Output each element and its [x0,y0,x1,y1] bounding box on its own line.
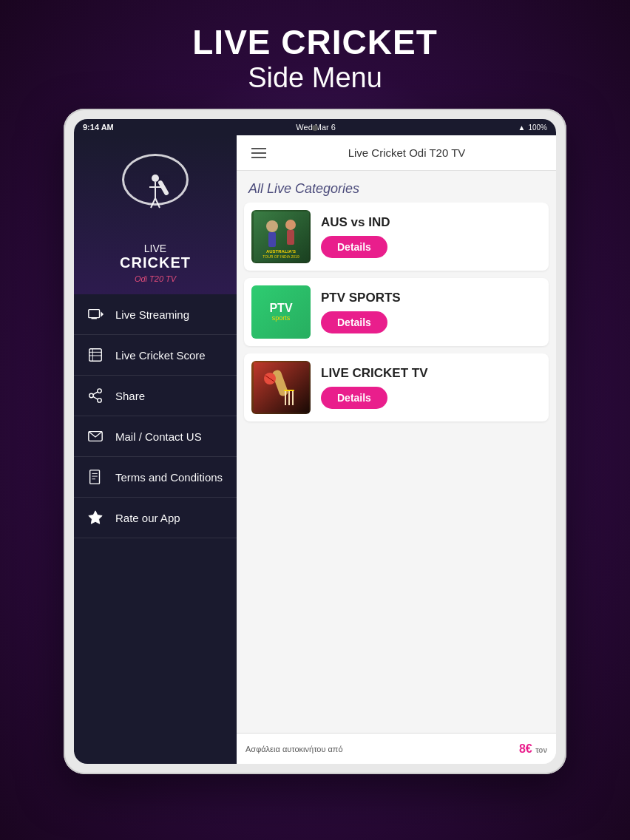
svg-point-25 [266,220,278,232]
status-icons: ▲ 100% [518,123,547,132]
hamburger-button[interactable] [248,145,269,161]
share-icon [86,386,105,405]
card-title-aus-ind: AUS vs IND [321,215,541,230]
ad-bar: Ασφάλεια αυτοκινήτου από 8€ τον [237,733,556,764]
ad-price: 8€ τον [519,742,547,756]
top-bar: Live Cricket Odi T20 TV [237,135,556,171]
svg-text:TOUR OF INDIA 2019: TOUR OF INDIA 2019 [262,254,299,259]
svg-line-16 [93,396,98,399]
live-cricket-score-icon [86,345,105,365]
aus-ind-thumbnail-svg: AUSTRALIA'S TOUR OF INDIA 2019 [254,211,309,262]
header-title-bold: LIVE CRICKET [192,22,437,62]
details-button-ptv[interactable]: Details [321,311,387,333]
tablet-frame: 9:14 AM Wed Mar 6 ▲ 100% [64,109,566,774]
top-bar-title: Live Cricket Odi T20 TV [269,146,544,159]
details-button-aus-ind[interactable]: Details [321,236,387,258]
cricket-tv-thumbnail-svg [254,362,309,413]
terms-icon [86,467,105,487]
sidebar-item-rate-app[interactable]: Rate our App [74,498,237,538]
card-ptv-sports: PTV sports PTV SPORTS Details [244,278,549,346]
ad-price-suffix: τον [535,746,547,754]
logo-cricket-figure [140,172,170,209]
svg-marker-23 [89,511,102,524]
logo-live: LIVE [144,243,166,254]
sidebar-item-live-streaming[interactable]: Live Streaming [74,294,237,335]
details-button-cricket-tv[interactable]: Details [321,387,387,409]
card-info-cricket-tv: LIVE CRICKET TV Details [321,366,541,409]
status-time: 9:14 AM [83,123,114,132]
page-header: LIVE CRICKET Side Menu [192,0,437,109]
svg-rect-26 [268,232,276,247]
sidebar-item-live-cricket-score[interactable]: Live Cricket Score [74,335,237,376]
svg-marker-7 [101,311,104,316]
card-info-aus-ind: AUS vs IND Details [321,215,541,258]
logo-container [118,150,192,209]
card-thumbnail-ptv: PTV sports [251,285,311,339]
svg-rect-36 [288,390,290,405]
svg-rect-6 [89,310,100,318]
svg-text:AUSTRALIA'S: AUSTRALIA'S [265,249,295,254]
sidebar-item-share[interactable]: Share [74,376,237,416]
card-thumbnail-aus-ind: AUSTRALIA'S TOUR OF INDIA 2019 [251,210,311,263]
mail-icon [86,427,105,446]
svg-point-15 [98,399,102,403]
card-thumbnail-cricket-tv [251,361,311,414]
svg-point-27 [285,220,296,230]
card-live-cricket-tv: LIVE CRICKET TV Details [244,353,549,421]
main-content: Live Cricket Odi T20 TV All Live Categor… [237,135,556,764]
header-title-light: Side Menu [192,62,437,94]
ad-text: Ασφάλεια αυτοκινήτου από [245,745,343,753]
wifi-icon: ▲ [518,123,526,132]
svg-line-4 [155,198,160,208]
svg-rect-19 [90,470,100,484]
svg-rect-28 [287,230,294,245]
sidebar-item-terms[interactable]: Terms and Conditions [74,457,237,498]
sidebar: LIVE CRICKET Odi T20 TV [74,135,237,764]
app-content: LIVE CRICKET Odi T20 TV [74,135,556,764]
star-icon [86,508,105,527]
svg-rect-8 [92,318,97,319]
sidebar-item-label-cricket-score: Live Cricket Score [115,349,206,362]
card-aus-ind: AUSTRALIA'S TOUR OF INDIA 2019 AUS vs IN… [244,203,549,271]
sidebar-item-label-terms: Terms and Conditions [115,471,223,484]
svg-line-3 [151,198,155,208]
categories-section: All Live Categories [237,171,556,203]
categories-title: All Live Categories [248,181,359,196]
ad-price-value: 8€ [519,742,532,755]
sidebar-item-label-rate: Rate our App [115,512,180,524]
sidebar-item-label-live-streaming: Live Streaming [115,308,189,321]
sidebar-item-mail-contact[interactable]: Mail / Contact US [74,416,237,457]
sidebar-item-label-share: Share [115,390,145,402]
svg-rect-35 [285,390,286,405]
card-title-ptv: PTV SPORTS [321,291,541,305]
tablet-camera [312,125,318,131]
svg-rect-37 [292,390,294,405]
logo-subtitle: Odi T20 TV [135,274,176,283]
content-list: AUSTRALIA'S TOUR OF INDIA 2019 AUS vs IN… [237,203,556,733]
sidebar-menu: Live Streaming Live Cricket Score [74,294,237,764]
logo-cricket: CRICKET [120,254,191,271]
sidebar-header: LIVE CRICKET Odi T20 TV [74,135,237,294]
live-streaming-icon [86,305,105,324]
card-title-cricket-tv: LIVE CRICKET TV [321,366,541,381]
svg-point-14 [89,393,94,398]
svg-point-0 [152,175,159,182]
svg-line-17 [93,392,98,395]
tablet-screen: 9:14 AM Wed Mar 6 ▲ 100% [74,119,556,764]
battery-icon: 100% [528,123,547,132]
svg-point-13 [98,389,102,393]
card-info-ptv: PTV SPORTS Details [321,291,541,333]
sidebar-item-label-mail: Mail / Contact US [115,430,202,443]
svg-rect-38 [284,390,294,391]
svg-rect-9 [89,349,102,362]
